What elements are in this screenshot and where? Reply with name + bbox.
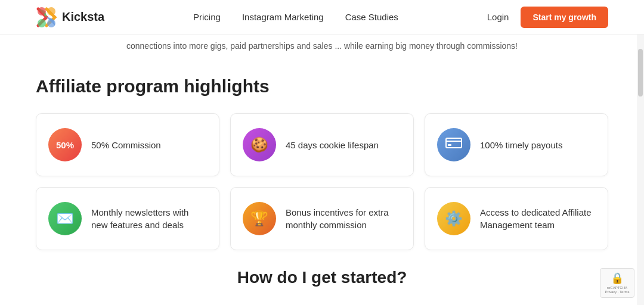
svg-rect-6 <box>448 144 451 146</box>
management-icon: ⚙️ <box>445 210 463 227</box>
scrollbar-thumb[interactable] <box>638 49 643 97</box>
payouts-icon <box>445 136 462 153</box>
card-bonus: 🏆 Bonus incentives for extra monthly com… <box>230 187 414 250</box>
cookie-icon-wrap: 🍪 <box>243 128 276 161</box>
svg-point-0 <box>38 7 46 15</box>
recaptcha-icon: 🔒 <box>611 272 624 285</box>
navbar: Kicksta Pricing Instagram Marketing Case… <box>0 0 644 35</box>
bonus-text: Bonus incentives for extra monthly commi… <box>286 206 401 231</box>
commission-icon-wrap: 50% <box>48 128 82 161</box>
newsletters-text: Monthly newsletters with new features an… <box>91 206 207 231</box>
logo-text: Kicksta <box>62 10 104 24</box>
section-title: Affiliate program highlights <box>0 76 644 97</box>
card-management: ⚙️ Access to dedicated Affiliate Managem… <box>425 187 608 250</box>
payouts-text: 100% timely payouts <box>480 139 562 151</box>
management-text: Access to dedicated Affiliate Management… <box>480 206 596 231</box>
svg-point-2 <box>38 19 46 27</box>
bonus-icon: 🏆 <box>250 210 268 227</box>
svg-point-1 <box>47 7 55 15</box>
nav-link-instagram-marketing[interactable]: Instagram Marketing <box>242 12 324 22</box>
commission-text: 50% Commission <box>91 139 161 151</box>
recaptcha-text: reCAPTCHAPrivacy · Terms <box>605 286 630 294</box>
newsletters-icon-wrap: ✉️ <box>48 202 82 235</box>
card-payouts: 100% timely payouts <box>425 113 608 176</box>
svg-rect-4 <box>446 138 462 148</box>
cookie-text: 45 days cookie lifespan <box>286 139 379 151</box>
bottom-title: How do I get started? <box>0 268 644 287</box>
card-commission: 50% 50% Commission <box>36 113 219 176</box>
scrollbar[interactable] <box>637 0 644 305</box>
cards-grid: 50% 50% Commission 🍪 45 days cookie life… <box>0 113 644 250</box>
card-newsletters: ✉️ Monthly newsletters with new features… <box>36 187 219 250</box>
commission-icon: 50% <box>56 140 74 150</box>
card-cookie: 🍪 45 days cookie lifespan <box>230 113 414 176</box>
top-description: connections into more gigs, paid partner… <box>0 35 644 64</box>
start-growth-button[interactable]: Start my growth <box>521 7 608 28</box>
bonus-icon-wrap: 🏆 <box>243 202 276 235</box>
logo[interactable]: Kicksta <box>36 7 104 28</box>
kicksta-logo-icon <box>36 7 57 28</box>
nav-actions: Login Start my growth <box>487 7 608 28</box>
login-button[interactable]: Login <box>487 12 509 22</box>
payouts-icon-wrap <box>437 128 470 161</box>
recaptcha-widget: 🔒 reCAPTCHAPrivacy · Terms <box>600 268 634 298</box>
newsletter-icon: ✉️ <box>56 210 74 227</box>
nav-links: Pricing Instagram Marketing Case Studies <box>193 12 398 22</box>
svg-point-3 <box>47 19 55 27</box>
management-icon-wrap: ⚙️ <box>437 202 470 235</box>
nav-link-case-studies[interactable]: Case Studies <box>345 12 398 22</box>
bottom-section: How do I get started? <box>0 250 644 287</box>
nav-link-pricing[interactable]: Pricing <box>193 12 221 22</box>
cookie-icon: 🍪 <box>250 136 268 153</box>
